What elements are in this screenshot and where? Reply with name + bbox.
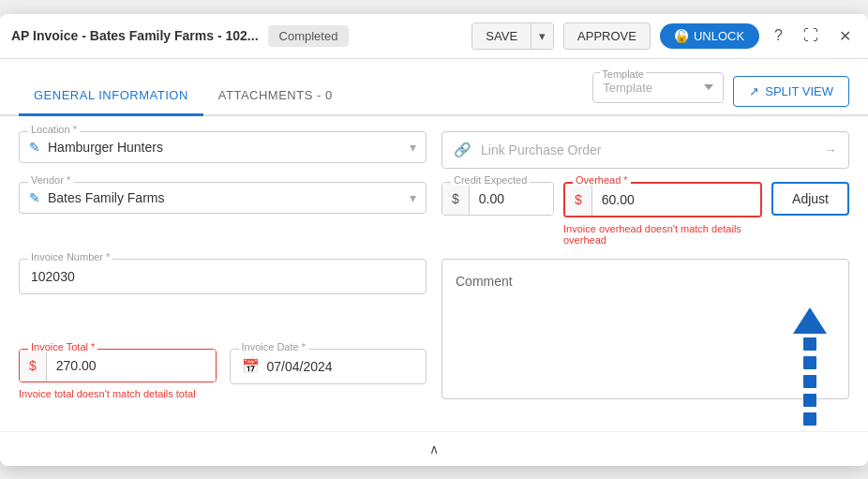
invoice-total-error-text: Invoice total doesn't match details tota… [19, 388, 217, 399]
page-title: AP Invoice - Bates Family Farms - 102... [11, 28, 259, 43]
vendor-dropdown-icon: ▾ [410, 190, 416, 205]
form-content: Location * ✎ Hamburger Hunters ▾ 🔗 Link … [0, 116, 868, 431]
credit-dollar-sign: $ [442, 183, 470, 215]
calendar-icon: 📅 [242, 358, 260, 375]
invoice-date-field: Invoice Date * 📅 07/04/2024 [230, 349, 427, 384]
invoice-total-dollar-sign: $ [20, 350, 47, 382]
link-icon: 🔗 [454, 142, 471, 158]
arrow-dot-1 [803, 337, 816, 351]
location-input[interactable]: ✎ Hamburger Hunters ▾ [19, 131, 427, 163]
lock-icon: 🔓 [675, 29, 688, 42]
unlock-label: UNLOCK [694, 29, 744, 43]
row-location: Location * ✎ Hamburger Hunters ▾ 🔗 Link … [19, 131, 849, 169]
split-view-label: SPLIT VIEW [765, 84, 833, 98]
invoice-total-value[interactable] [47, 350, 216, 382]
vendor-label: Vendor * [28, 174, 73, 186]
bottom-chevron[interactable]: ∧ [0, 431, 868, 466]
overhead-dollar-sign: $ [565, 184, 592, 216]
invoice-number-field: Invoice Number * [19, 259, 427, 336]
tabbar: GENERAL INFORMATION ATTACHMENTS - 0 Temp… [0, 59, 868, 116]
location-field: Location * ✎ Hamburger Hunters ▾ [19, 131, 427, 169]
credit-expected-input[interactable]: $ [441, 182, 554, 216]
arrow-annotation [793, 307, 827, 426]
location-label: Location * [28, 124, 80, 135]
fullscreen-button[interactable]: ⛶ [798, 23, 824, 48]
arrow-dots [803, 337, 816, 426]
invoice-number-input[interactable] [19, 259, 427, 294]
row-invoice-number: Invoice Number * Invoice Total * $ Invoi… [19, 259, 849, 399]
external-link-icon: ↗ [749, 84, 759, 98]
invoice-number-label: Invoice Number * [28, 251, 112, 262]
credit-expected-field: Credit Expected $ [441, 182, 554, 216]
location-value: Hamburger Hunters [48, 140, 410, 155]
comment-label: Comment [456, 274, 513, 289]
status-badge: Completed [268, 25, 350, 47]
unlock-button[interactable]: 🔓 UNLOCK [660, 23, 759, 49]
overhead-error-text: Invoice overhead doesn't match details o… [563, 223, 762, 246]
comment-panel: Comment [441, 259, 849, 399]
row-vendor: Vendor * ✎ Bates Family Farms ▾ Credit E… [19, 182, 849, 246]
location-edit-icon: ✎ [29, 140, 40, 155]
approve-button[interactable]: APPROVE [563, 22, 651, 50]
location-dropdown-icon: ▾ [410, 140, 416, 155]
invoice-total-field: Invoice Total * $ [19, 349, 217, 382]
vendor-field: Vendor * ✎ Bates Family Farms ▾ [19, 182, 427, 214]
tab-attachments[interactable]: ATTACHMENTS - 0 [203, 77, 348, 116]
credit-expected-value[interactable] [470, 183, 553, 215]
link-po-placeholder: Link Purchase Order [481, 142, 815, 157]
arrow-triangle [793, 307, 827, 334]
vendor-input[interactable]: ✎ Bates Family Farms ▾ [19, 182, 427, 214]
save-split-button[interactable]: SAVE ▾ [471, 22, 554, 50]
collapse-icon: ∧ [429, 442, 439, 457]
save-dropdown-arrow[interactable]: ▾ [531, 23, 553, 49]
overhead-label: Overhead * [573, 174, 631, 186]
invoice-date-value: 07/04/2024 [267, 359, 333, 374]
help-button[interactable]: ? [769, 23, 788, 48]
close-button[interactable]: ✕ [833, 23, 857, 49]
save-button[interactable]: SAVE [472, 23, 531, 49]
vendor-edit-icon: ✎ [29, 190, 40, 205]
credit-expected-label: Credit Expected [451, 174, 530, 186]
link-po-panel: 🔗 Link Purchase Order → [441, 131, 849, 169]
link-po-arrow-icon: → [824, 142, 837, 157]
link-po-field[interactable]: 🔗 Link Purchase Order → [441, 131, 849, 169]
overhead-value[interactable] [592, 184, 760, 216]
arrow-dot-3 [803, 375, 816, 388]
invoice-total-input[interactable]: $ [19, 349, 217, 382]
arrow-dot-4 [803, 394, 816, 407]
invoice-date-input[interactable]: 📅 07/04/2024 [230, 349, 427, 384]
tab-general-information[interactable]: GENERAL INFORMATION [19, 77, 203, 116]
arrow-dot-5 [803, 412, 816, 426]
overhead-field: Overhead * $ [563, 182, 762, 217]
titlebar: AP Invoice - Bates Family Farms - 102...… [0, 14, 868, 59]
adjust-button[interactable]: Adjust [771, 182, 849, 216]
arrow-dot-2 [803, 356, 816, 369]
overhead-input[interactable]: $ [563, 182, 762, 217]
invoice-date-label: Invoice Date * [239, 341, 308, 352]
invoice-total-label: Invoice Total * [28, 341, 97, 352]
split-view-button[interactable]: ↗ SPLIT VIEW [733, 76, 849, 107]
main-window: AP Invoice - Bates Family Farms - 102...… [0, 14, 868, 466]
template-label: Template [600, 68, 646, 80]
comment-field[interactable]: Comment [441, 259, 849, 399]
vendor-value: Bates Family Farms [48, 190, 410, 205]
